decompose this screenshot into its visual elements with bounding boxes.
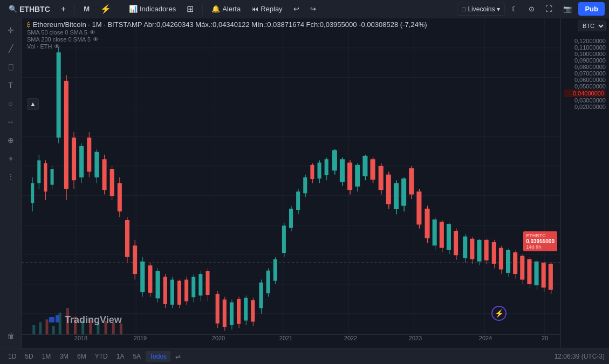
compare-button[interactable]: ⇌ bbox=[172, 351, 184, 362]
trash-tool[interactable]: 🗑 bbox=[3, 328, 18, 344]
shapes-tool[interactable]: ○ bbox=[3, 96, 18, 111]
svg-rect-72 bbox=[223, 299, 227, 327]
svg-rect-86 bbox=[273, 259, 277, 281]
bottom-bar: 1D 5D 1M 3M 6M YTD 1A 5A Todos ⇌ 12:06:3… bbox=[0, 348, 609, 364]
more-tools[interactable]: ⋮ bbox=[3, 169, 18, 184]
svg-rect-146 bbox=[499, 248, 503, 270]
undo-button[interactable]: ↩ bbox=[289, 3, 304, 15]
svg-rect-74 bbox=[230, 303, 234, 325]
svg-rect-156 bbox=[535, 262, 539, 285]
measure-tool[interactable]: ↔ bbox=[3, 114, 18, 129]
symbol-label: ETHBTC bbox=[19, 5, 50, 13]
svg-rect-46 bbox=[125, 220, 129, 257]
svg-rect-70 bbox=[216, 294, 220, 324]
symbol-search[interactable]: 🔍 ETHBTC bbox=[4, 3, 54, 16]
svg-rect-96 bbox=[310, 165, 314, 179]
svg-rect-122 bbox=[409, 168, 414, 194]
tf-todos[interactable]: Todos bbox=[146, 351, 170, 362]
svg-rect-38 bbox=[94, 152, 99, 177]
svg-rect-102 bbox=[332, 150, 337, 170]
svg-rect-154 bbox=[527, 259, 531, 284]
replay-button[interactable]: ⏮ Replay bbox=[247, 3, 286, 15]
svg-rect-158 bbox=[542, 263, 546, 287]
tradingview-logo: TradingView bbox=[49, 313, 122, 326]
eye-sma50[interactable]: 👁 bbox=[90, 29, 95, 36]
indicator-vol: Vol · ETH 👁 bbox=[27, 43, 427, 50]
svg-rect-58 bbox=[170, 280, 174, 305]
svg-rect-130 bbox=[440, 222, 444, 248]
zoom-tool[interactable]: ⊕ bbox=[3, 133, 18, 148]
tf-5d[interactable]: 5D bbox=[21, 351, 37, 362]
tf-ytd[interactable]: YTD bbox=[91, 351, 112, 362]
svg-rect-128 bbox=[433, 219, 437, 245]
divider-3 bbox=[202, 4, 203, 15]
current-price: 0,03955000 bbox=[526, 238, 555, 244]
tf-3m[interactable]: 3M bbox=[56, 351, 72, 362]
time-label-2021: 2021 bbox=[279, 335, 292, 341]
scroll-up-button[interactable]: ▲ bbox=[27, 98, 39, 110]
svg-rect-66 bbox=[199, 274, 202, 296]
timeframe-selector[interactable]: M bbox=[79, 3, 94, 15]
profile-icon[interactable]: ⊙ bbox=[524, 3, 539, 15]
svg-rect-80 bbox=[251, 300, 255, 322]
svg-rect-94 bbox=[303, 177, 307, 193]
add-symbol-button[interactable]: + bbox=[57, 2, 70, 16]
tf-6m[interactable]: 6M bbox=[73, 351, 90, 362]
tv-logo-icon bbox=[49, 313, 61, 326]
svg-rect-106 bbox=[347, 163, 352, 190]
svg-rect-116 bbox=[386, 175, 391, 204]
text-tool[interactable]: T bbox=[3, 78, 18, 93]
price-level-11: 0,11000000 bbox=[564, 44, 606, 51]
svg-rect-175 bbox=[56, 315, 59, 322]
svg-rect-40 bbox=[102, 159, 106, 190]
templates-button[interactable]: ⊞ bbox=[182, 2, 198, 16]
time-since: 14d 9h bbox=[526, 244, 555, 250]
price-level-07: 0,07000000 bbox=[564, 70, 606, 77]
svg-rect-112 bbox=[370, 159, 375, 180]
price-level-12: 0,12000000 bbox=[564, 38, 606, 44]
alert-button[interactable]: 🔔 Alerta bbox=[207, 3, 245, 15]
trend-line-tool[interactable]: ╱ bbox=[3, 41, 18, 56]
eye-sma200[interactable]: 👁 bbox=[93, 36, 99, 43]
snapshot-button[interactable]: 📷 bbox=[559, 3, 576, 15]
svg-rect-36 bbox=[87, 138, 91, 171]
fullscreen-button[interactable]: ⛶ bbox=[541, 3, 557, 15]
time-label-2023: 2023 bbox=[409, 335, 422, 341]
tf-1a[interactable]: 1A bbox=[113, 351, 128, 362]
fib-tool[interactable]: ⎕ bbox=[3, 59, 18, 74]
publish-button[interactable]: Pub bbox=[578, 2, 605, 16]
tv-logo-text: TradingView bbox=[65, 314, 122, 326]
eye-vol[interactable]: 👁 bbox=[54, 43, 60, 50]
svg-rect-32 bbox=[72, 138, 76, 180]
svg-rect-78 bbox=[244, 298, 248, 320]
tf-5a[interactable]: 5A bbox=[129, 351, 145, 362]
tf-1d[interactable]: 1D bbox=[4, 351, 20, 362]
svg-rect-30 bbox=[64, 81, 69, 189]
svg-rect-150 bbox=[513, 252, 517, 274]
crosshair-tool[interactable]: ✛ bbox=[3, 23, 18, 38]
svg-rect-114 bbox=[379, 166, 384, 190]
svg-rect-108 bbox=[355, 165, 360, 187]
svg-rect-136 bbox=[463, 237, 467, 258]
price-level-02: 0,02000000 bbox=[564, 104, 606, 110]
svg-rect-138 bbox=[470, 239, 474, 259]
currency-selector[interactable]: BTC bbox=[578, 20, 606, 31]
svg-rect-104 bbox=[340, 159, 345, 182]
magnet-tool[interactable]: ⌖ bbox=[3, 151, 18, 166]
time-axis: 2018 2019 2020 2021 2022 2023 2024 20 bbox=[22, 334, 560, 348]
flash-icon[interactable]: ⚡ bbox=[491, 306, 507, 321]
tf-1m[interactable]: 1M bbox=[38, 351, 55, 362]
indicators-button[interactable]: 📊 Indicadores bbox=[125, 3, 180, 15]
svg-rect-92 bbox=[296, 191, 300, 210]
redo-button[interactable]: ↪ bbox=[306, 3, 320, 15]
livecoins-button[interactable]: □ Livecoins ▾ bbox=[457, 3, 505, 16]
svg-rect-124 bbox=[416, 191, 421, 224]
svg-rect-82 bbox=[259, 283, 263, 308]
svg-rect-160 bbox=[549, 264, 553, 290]
svg-rect-88 bbox=[282, 226, 286, 253]
svg-rect-68 bbox=[206, 271, 209, 295]
watchlist-icon[interactable]: ☾ bbox=[507, 3, 522, 15]
chart-type-button[interactable]: ⚡ bbox=[96, 2, 115, 16]
svg-rect-126 bbox=[425, 209, 429, 238]
chart-main[interactable]: ₿ Ethereum/Bitcoin · 1M · BITSTAMP Abr:0… bbox=[22, 18, 560, 348]
